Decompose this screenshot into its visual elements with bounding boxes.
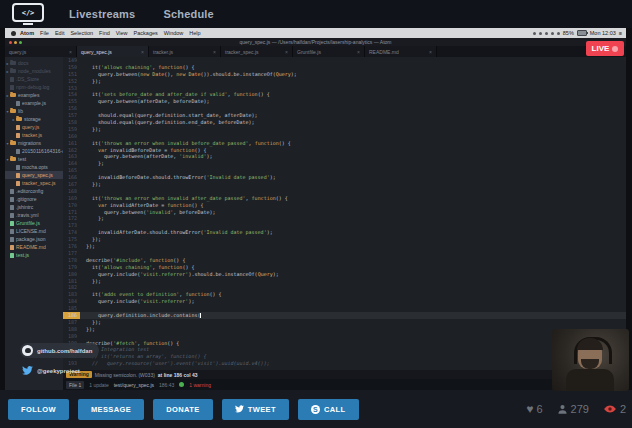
code-line-149[interactable]: 149 [63, 57, 626, 64]
code-line-166[interactable]: 166 invalidBeforeDate.should.throwError(… [63, 174, 626, 181]
code-line-177[interactable]: 177 [63, 250, 626, 257]
menu-selection[interactable]: Selection [70, 30, 93, 36]
menu-packages[interactable]: Packages [134, 30, 158, 36]
tab-close-icon[interactable]: × [213, 49, 216, 55]
cursor-position[interactable]: 186:43 [159, 382, 174, 388]
menu-find[interactable]: Find [99, 30, 110, 36]
code-line-163[interactable]: 163 query.between(afterDate, 'invalid'); [63, 153, 626, 160]
stream-video[interactable]: AtomFileEditSelectionFindViewPackagesWin… [5, 28, 626, 390]
tree-item-Gruntfile.js[interactable]: Gruntfile.js [5, 219, 63, 227]
twitter-handle[interactable]: @geekyproject [37, 368, 80, 374]
code-line-185[interactable]: 185 [63, 305, 626, 312]
status-icon[interactable] [545, 32, 548, 35]
menu-view[interactable]: View [116, 30, 128, 36]
tab-close-icon[interactable]: × [141, 49, 144, 55]
tree-item-migrations[interactable]: ▾migrations [5, 139, 63, 147]
heart-icon[interactable]: ♥ [526, 403, 533, 415]
menubar-clock[interactable]: Mon 12:03 [590, 30, 616, 36]
code-line-168[interactable]: 168 [63, 188, 626, 195]
close-window-icon[interactable] [9, 41, 12, 44]
tree-item-package.json[interactable]: package.json [5, 235, 63, 243]
nav-livestreams[interactable]: Livestreams [69, 8, 135, 20]
tab-query_spec.js[interactable]: query_spec.js× [77, 46, 149, 57]
tab-README.md[interactable]: README.md× [365, 46, 437, 57]
tab-tracker.js[interactable]: tracker.js× [149, 46, 221, 57]
code-line-184[interactable]: 184 query.include('visit.referrer'); [63, 298, 626, 305]
code-line-193[interactable]: 193 // query.resource('user').event('vis… [63, 360, 626, 367]
tree-item-.jshintrc[interactable]: .jshintrc [5, 203, 63, 211]
code-line-187[interactable]: 187 }); [63, 319, 626, 326]
github-handle[interactable]: github.com/halfdan [37, 348, 92, 354]
status-icon[interactable] [551, 32, 554, 35]
code-line-159[interactable]: 159 }); [63, 126, 626, 133]
code-line-183[interactable]: 183 it('adds event to definition', funct… [63, 291, 626, 298]
twitter-overlay[interactable]: @geekyproject [22, 364, 80, 377]
code-line-192[interactable]: 192 // it('returns an array', function()… [63, 353, 626, 360]
call-button[interactable]: SCALL [298, 399, 359, 420]
tab-close-icon[interactable]: × [429, 49, 432, 55]
webcam-overlay[interactable] [552, 329, 629, 391]
code-line-165[interactable]: 165 [63, 167, 626, 174]
tree-item-test.js[interactable]: test.js [5, 251, 63, 259]
tree-item-.DS_Store[interactable]: .DS_Store [5, 75, 63, 83]
code-line-189[interactable]: 189 [63, 333, 626, 340]
follow-button[interactable]: FOLLOW [8, 399, 69, 420]
tree-item-npm-debug.log[interactable]: npm-debug.log [5, 83, 63, 91]
menu-edit[interactable]: Edit [55, 30, 64, 36]
code-line-180[interactable]: 180 query.include('visit.referrer').shou… [63, 271, 626, 278]
tree-item-README.md[interactable]: README.md [5, 243, 63, 251]
tab-close-icon[interactable]: × [357, 49, 360, 55]
code-line-157[interactable]: 157 should.equal(query.definition.start_… [63, 112, 626, 119]
tree-item-lib[interactable]: ▾lib [5, 107, 63, 115]
lint-location[interactable]: at line 186 col 43 [158, 372, 198, 378]
tree-item-test[interactable]: ▾test [5, 155, 63, 163]
tree-item-mocha.opts[interactable]: mocha.opts [5, 163, 63, 171]
message-button[interactable]: MESSAGE [78, 399, 144, 420]
code-line-153[interactable]: 153 [63, 85, 626, 92]
code-line-170[interactable]: 170 var invalidAfterDate = function() { [63, 202, 626, 209]
status-file-badge[interactable]: File 1 [66, 381, 84, 389]
tab-Gruntfile.js[interactable]: Gruntfile.js× [293, 46, 365, 57]
status-icon[interactable] [533, 32, 536, 35]
tab-close-icon[interactable]: × [285, 49, 288, 55]
code-line-167[interactable]: 167 }); [63, 181, 626, 188]
tree-item-query.js[interactable]: query.js [5, 123, 63, 131]
status-update[interactable]: 1 update [89, 382, 108, 388]
apple-icon[interactable] [11, 31, 16, 36]
tab-close-icon[interactable]: × [69, 49, 72, 55]
eye-stat[interactable]: 2 [603, 403, 626, 415]
tree-item-.gitignore[interactable]: .gitignore [5, 195, 63, 203]
code-line-169[interactable]: 169 it('throws an error when invalid aft… [63, 195, 626, 202]
github-overlay[interactable]: github.com/halfdan [20, 343, 99, 358]
menu-atom[interactable]: Atom [20, 30, 34, 36]
person-stat[interactable]: 279 [557, 403, 589, 415]
tree-item-tracker_spec.js[interactable]: tracker_spec.js [5, 179, 63, 187]
tab-tracker_spec.js[interactable]: tracker_spec.js× [221, 46, 293, 57]
code-line-175[interactable]: 175 }); [63, 236, 626, 243]
menu-file[interactable]: File [40, 30, 49, 36]
tree-item-example.js[interactable]: example.js [5, 99, 63, 107]
minimize-window-icon[interactable] [14, 41, 17, 44]
tree-item-tracker.js[interactable]: tracker.js [5, 131, 63, 139]
tree-item-docs[interactable]: ▸docs [5, 59, 63, 67]
nav-schedule[interactable]: Schedule [163, 8, 214, 20]
code-editor[interactable]: 149150 it('allows chaining', function() … [63, 57, 626, 370]
site-logo[interactable]: </> [9, 3, 47, 25]
code-line-182[interactable]: 182 [63, 284, 626, 291]
spotlight-icon[interactable]: ≡ [619, 30, 622, 36]
menu-window[interactable]: Window [164, 30, 184, 36]
code-line-160[interactable]: 160 [63, 133, 626, 140]
code-line-173[interactable]: 173 [63, 222, 626, 229]
tree-item-node_modules[interactable]: ▸node_modules [5, 67, 63, 75]
code-line-152[interactable]: 152 }); [63, 78, 626, 85]
code-line-171[interactable]: 171 query.between('invalid', beforeDate)… [63, 209, 626, 216]
zoom-window-icon[interactable] [19, 41, 22, 44]
tree-item-LICENSE.md[interactable]: LICENSE.md [5, 227, 63, 235]
code-line-191[interactable]: 191 // Integration test [63, 346, 626, 353]
heart-stat[interactable]: ♥6 [526, 403, 542, 415]
code-line-181[interactable]: 181 }); [63, 278, 626, 285]
tree-item-20150116164316-cr…[interactable]: 20150116164316-cr… [5, 147, 63, 155]
tree-item-query_spec.js[interactable]: query_spec.js [5, 171, 63, 179]
menu-help[interactable]: Help [189, 30, 200, 36]
tree-item-.travis.yml[interactable]: .travis.yml [5, 211, 63, 219]
